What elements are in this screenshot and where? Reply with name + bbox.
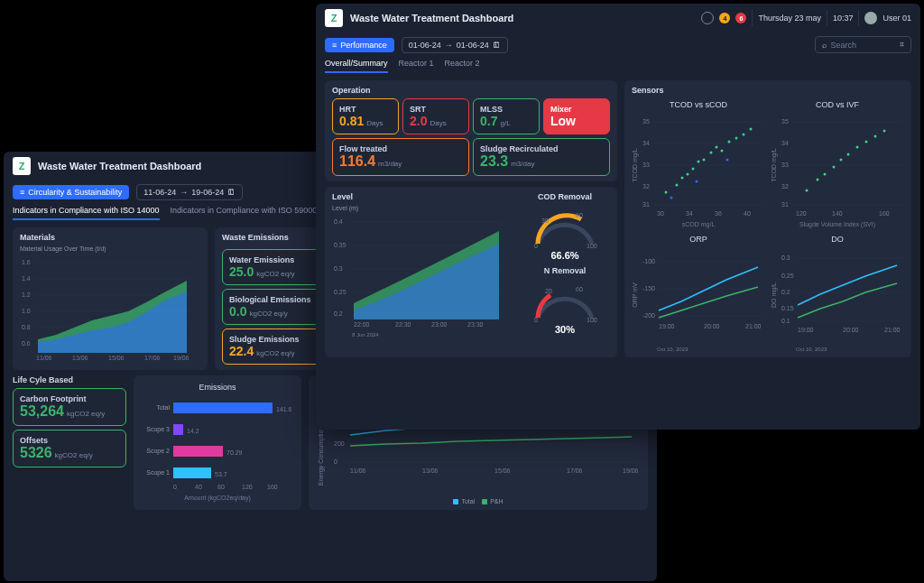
svg-text:-100: -100 (642, 258, 655, 264)
toolbar: ≡ Performance 01-06-24 → 01-06-24 🗓 ⌕ Se… (316, 32, 920, 55)
svg-text:Scope 2: Scope 2 (146, 448, 170, 455)
svg-text:1.6: 1.6 (22, 259, 31, 265)
svg-text:Scope 1: Scope 1 (146, 469, 170, 477)
svg-point-85 (676, 184, 679, 187)
date-range[interactable]: 11-06-24 → 19-06-24 🗓 (136, 184, 243, 200)
vl: Low (550, 114, 603, 128)
svg-point-120 (847, 153, 850, 156)
svg-text:80: 80 (217, 484, 225, 490)
tab-reactor2[interactable]: Reactor 2 (445, 55, 480, 73)
svg-text:70.29: 70.29 (226, 449, 243, 456)
emissions-chart: Total Scope 3 Scope 2 Scope 1 141.6 14.2… (141, 393, 294, 502)
date-range[interactable]: 01-06-24 → 01-06-24 🗓 (402, 37, 508, 53)
svg-text:120: 120 (796, 210, 807, 217)
svg-text:14.2: 14.2 (187, 428, 199, 434)
svg-text:20:00: 20:00 (704, 323, 720, 329)
gauge-cod-label: COD Removal (538, 192, 592, 201)
svg-text:23:30: 23:30 (467, 321, 484, 328)
svg-text:19/06: 19/06 (623, 467, 639, 474)
stat-mixer: Mixer Low (543, 98, 610, 134)
stat-flow: Flow treated 116.4m3/day (332, 138, 469, 176)
panel-operation: Operation HRT 0.81Days SRT 2.0Days MLSS … (325, 80, 617, 181)
svg-text:15/06: 15/06 (108, 355, 125, 361)
svg-point-96 (743, 134, 745, 136)
bell-icon[interactable] (701, 12, 714, 24)
notif-alert-badge[interactable]: 6 (735, 13, 746, 23)
svg-text:33: 33 (642, 162, 650, 168)
svg-point-123 (874, 135, 877, 138)
svg-text:19/06: 19/06 (173, 355, 189, 361)
un: m3/day (378, 160, 402, 168)
un: Days (430, 119, 446, 127)
operation-title: Operation (332, 86, 610, 95)
svg-text:30: 30 (541, 217, 549, 224)
svg-text:22:30: 22:30 (395, 321, 411, 328)
un: m3/day (511, 160, 534, 168)
svg-text:22:00: 22:00 (354, 321, 370, 328)
svg-point-97 (750, 128, 753, 131)
chart-do: DO DO mg/L 0.30.250.20.150.1 19:0020:002… (771, 233, 904, 352)
panel-emissions: Emissions Total Scope 3 Scope 2 Scope 1 … (134, 375, 301, 510)
panel-sensors: Sensors TCOD vs sCOD TCOD mg/L 353433323… (624, 80, 911, 357)
svg-text:100: 100 (587, 317, 597, 322)
vl: 23.3 (480, 153, 508, 170)
svg-rect-21 (173, 403, 273, 413)
header: Z Waste Water Treatment Dashboard 4 6 Th… (316, 4, 920, 32)
lb: Mixer (550, 105, 603, 114)
filter-icon[interactable]: ⌗ (900, 40, 904, 50)
svg-text:23:00: 23:00 (431, 321, 448, 328)
svg-point-87 (687, 173, 689, 176)
date-display: Thursday 23 may (758, 14, 821, 23)
svg-text:31: 31 (781, 201, 789, 208)
tab-reactor1[interactable]: Reactor 1 (399, 55, 434, 73)
svg-text:0.35: 0.35 (334, 242, 346, 248)
svg-text:53.7: 53.7 (215, 471, 227, 477)
svg-point-92 (716, 146, 718, 149)
section-pill[interactable]: ≡ Performance (325, 38, 394, 52)
level-title: Level (332, 192, 514, 201)
svg-text:-200: -200 (642, 312, 655, 319)
svg-text:1.0: 1.0 (22, 308, 31, 314)
vl: 0.81 (339, 114, 364, 128)
gauge-cod: 03060100 (529, 203, 601, 248)
svg-rect-25 (173, 446, 223, 457)
tab-iso59000[interactable]: Indicators in Compliance with ISO 59000 (171, 202, 318, 220)
svg-text:19:00: 19:00 (659, 323, 675, 329)
arrow-right-icon: → (445, 41, 453, 50)
svg-text:141.6: 141.6 (276, 406, 292, 412)
search-input[interactable]: ⌕ Search ⌗ (815, 36, 911, 53)
gauge-n: 02060100 (529, 277, 601, 322)
svg-text:1.2: 1.2 (22, 292, 31, 298)
svg-text:Amount (kgCO2eq/day): Amount (kgCO2eq/day) (184, 495, 251, 502)
lb: MLSS (480, 105, 532, 114)
notif-warning-badge[interactable]: 4 (719, 13, 730, 23)
svg-text:0.6: 0.6 (22, 340, 31, 347)
svg-point-117 (824, 173, 827, 176)
logo-icon: Z (325, 9, 343, 27)
svg-point-99 (696, 180, 698, 183)
svg-point-95 (735, 137, 738, 140)
section-pill-label: Circularity & Sustainability (28, 188, 122, 197)
svg-text:13/06: 13/06 (72, 355, 88, 361)
section-pill[interactable]: ≡ Circularity & Sustainability (13, 185, 129, 199)
svg-text:60: 60 (576, 286, 583, 292)
svg-text:Total: Total (156, 404, 170, 411)
svg-text:0: 0 (534, 317, 538, 322)
sensors-title: Sensors (632, 86, 904, 95)
svg-text:21:00: 21:00 (745, 323, 762, 329)
tab-summary[interactable]: Overall/Summary (325, 55, 388, 73)
svg-rect-23 (173, 424, 183, 435)
materials-chart: 1.61.41.21.00.80.6 11/0613/0615/0617/061… (20, 254, 189, 362)
chart-tcod-scod: TCOD vs sCOD TCOD mg/L 3534333231 303436… (632, 98, 765, 227)
svg-text:TCOD mg/L: TCOD mg/L (632, 148, 639, 181)
svg-text:0.8: 0.8 (22, 324, 31, 330)
lb: Carbon Footprint (20, 394, 119, 403)
svg-text:120: 120 (242, 484, 253, 490)
avatar-icon[interactable] (864, 12, 877, 24)
logo-icon: Z (13, 157, 31, 175)
svg-text:36: 36 (715, 210, 722, 217)
tab-iso14000[interactable]: Indicators in Compliance with ISO 14000 (13, 202, 160, 220)
body: Operation HRT 0.81Days SRT 2.0Days MLSS … (316, 73, 920, 365)
app-title: Waste Water Treatment Dashboard (350, 13, 513, 23)
section-pill-label: Performance (340, 41, 387, 50)
